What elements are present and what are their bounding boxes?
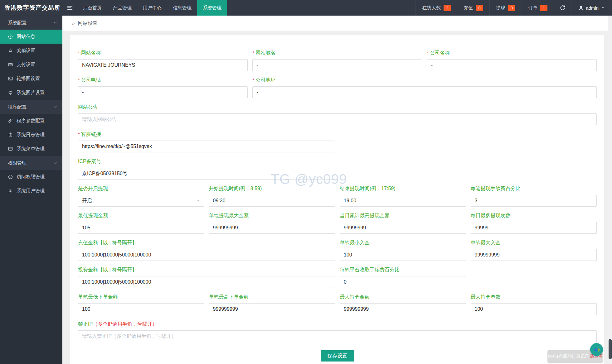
nav-item-users[interactable]: 用户中心 — [137, 0, 167, 16]
field-label: 最大持仓金额 — [340, 294, 466, 300]
nav-item-system[interactable]: 系统管理 — [197, 0, 227, 16]
field-label: *公司地址 — [252, 77, 597, 84]
nav-item-products[interactable]: 产品管理 — [107, 0, 137, 16]
withdraw-start-input[interactable] — [209, 195, 335, 207]
field-site-name: *网站名称 — [78, 50, 248, 71]
field-label: 充值金额【以 | 符号隔开】 — [78, 240, 335, 246]
banned-ip-input[interactable] — [78, 330, 597, 342]
sidebar-item-label: 轮播图设置 — [17, 76, 40, 82]
platform-fee-input[interactable] — [340, 276, 466, 288]
group-title: 权限管理 — [8, 160, 27, 166]
field-label: 每日最多提现次数 — [471, 213, 597, 219]
user-menu[interactable]: admin — [571, 0, 612, 16]
field-label: 单笔最小入金 — [340, 240, 466, 246]
chevron-down-icon — [53, 105, 57, 109]
sidebar-item-access-permissions[interactable]: 访问权限管理 — [0, 170, 62, 184]
withdraw-end-input[interactable] — [340, 195, 466, 207]
deposit-min-input[interactable] — [340, 249, 466, 261]
company-address-input[interactable] — [252, 86, 597, 98]
stat-withdraw[interactable]: 提现 0 — [489, 0, 522, 16]
username-label: admin — [586, 5, 599, 11]
sidebar-item-site-info[interactable]: 网站信息 — [0, 30, 62, 44]
refresh-button[interactable] — [554, 0, 571, 16]
sidebar-item-label: 支付设置 — [17, 62, 35, 68]
stat-recharge[interactable]: 充值 0 — [457, 0, 489, 16]
vertical-scrollbar[interactable] — [608, 16, 612, 364]
field-label: *公司名称 — [427, 50, 597, 56]
field-label: *网站名称 — [78, 50, 248, 56]
sidebar-item-system-menus[interactable]: 系统菜单管理 — [0, 142, 62, 156]
site-domain-input[interactable] — [252, 59, 422, 71]
sidebar-item-system-images[interactable]: 系统图片设置 — [0, 86, 62, 100]
field-company-phone: *公司电话 — [78, 77, 248, 98]
stat-orders[interactable]: 订单 1 — [522, 0, 554, 16]
company-phone-input[interactable] — [78, 86, 248, 98]
clipboard-icon — [8, 132, 13, 137]
position-max-count-input[interactable] — [471, 303, 597, 315]
position-max-amount-input[interactable] — [340, 303, 466, 315]
sidebar-item-label: 访问权限管理 — [17, 174, 45, 180]
sidebar-item-label: 系统菜单管理 — [17, 146, 45, 152]
sidebar-item-system-users[interactable]: 系统用户管理 — [0, 184, 62, 198]
recharge-amounts-input[interactable] — [78, 249, 335, 261]
withdraw-daily-count-input[interactable] — [471, 222, 597, 234]
field-label: 单笔最高下单金额 — [209, 294, 335, 300]
save-settings-button[interactable]: 保存设置 — [321, 350, 354, 362]
field-deposit-min: 单笔最小入金 — [340, 240, 466, 261]
stat-online-users[interactable]: 在线人数 2 — [415, 0, 457, 16]
field-withdraw-end: 结束提现时间(例：17:59) — [340, 185, 466, 207]
sidebar-item-reward-settings[interactable]: 奖励设置 — [0, 44, 62, 58]
sound-notification-button[interactable] — [590, 343, 603, 356]
field-company-name: *公司名称 — [427, 50, 597, 71]
sidebar-item-payment-settings[interactable]: 支付设置 — [0, 58, 62, 72]
service-link-input[interactable] — [78, 141, 335, 152]
sidebar-group-system-config[interactable]: 系统配置 — [0, 16, 62, 30]
field-banned-ip: 禁止IP（多个IP请用半角，号隔开） — [78, 321, 597, 342]
withdraw-fee-input[interactable] — [471, 195, 597, 207]
hamburger-icon — [66, 4, 73, 11]
recharge-count-badge: 0 — [476, 5, 483, 11]
nav-item-dashboard[interactable]: 后台首页 — [77, 0, 107, 16]
field-position-max-count: 最大持仓单数 — [471, 294, 597, 315]
field-label: *公司电话 — [78, 77, 248, 84]
order-count-badge: 1 — [540, 5, 547, 11]
field-label: 结束提现时间(例：17:59) — [340, 185, 466, 192]
sidebar-item-label: 奖励设置 — [17, 48, 35, 54]
refresh-icon — [560, 5, 566, 11]
withdraw-daily-max-input[interactable] — [340, 222, 466, 234]
nav-item-information[interactable]: 信息管理 — [167, 0, 197, 16]
field-label: 单笔最大入金 — [471, 240, 597, 246]
withdraw-enabled-select[interactable]: 开启 — [78, 195, 204, 207]
icp-input[interactable] — [78, 168, 335, 180]
sidebar-item-label: 系统图片设置 — [17, 90, 45, 96]
sidebar-item-program-params[interactable]: 程序参数配置 — [0, 114, 62, 128]
sidebar-group-permissions[interactable]: 权限管理 — [0, 156, 62, 170]
field-withdraw-enabled: 是否开启提现 开启 — [78, 185, 204, 207]
sidebar-item-label: 程序参数配置 — [17, 118, 45, 124]
sidebar-group-program-config[interactable]: 程序配置 — [0, 100, 62, 114]
site-notice-input[interactable] — [78, 113, 597, 125]
shield-check-icon — [8, 174, 13, 180]
sidebar: 系统配置 网站信息 奖励设置 支付设置 轮播图设置 系统图片设置 程序配置 — [0, 16, 62, 364]
scrollbar-thumb[interactable] — [609, 339, 612, 359]
invest-amounts-input[interactable] — [78, 276, 335, 288]
sidebar-item-label: 网站信息 — [17, 34, 35, 40]
withdraw-single-max-input[interactable] — [209, 222, 335, 234]
order-max-input[interactable] — [209, 303, 335, 315]
sidebar-item-carousel-settings[interactable]: 轮播图设置 — [0, 72, 62, 86]
online-count-badge: 2 — [444, 5, 451, 11]
field-label: 禁止IP（多个IP请用半角，号隔开） — [78, 321, 597, 328]
field-position-max-amount: 最大持仓金额 — [340, 294, 466, 315]
field-service-link: *客服链接 — [78, 131, 335, 152]
site-name-input[interactable] — [78, 59, 248, 71]
group-title: 程序配置 — [8, 104, 27, 110]
withdraw-min-input[interactable] — [78, 222, 204, 234]
deposit-max-input[interactable] — [471, 249, 597, 261]
company-name-input[interactable] — [427, 59, 597, 71]
field-label: 当日累计最高提现金额 — [340, 213, 466, 219]
sidebar-item-label: 系统日志管理 — [17, 132, 45, 138]
stat-label: 订单 — [528, 5, 537, 11]
order-min-input[interactable] — [78, 303, 204, 315]
sidebar-item-system-logs[interactable]: 系统日志管理 — [0, 128, 62, 142]
sidebar-toggle-button[interactable] — [62, 0, 77, 16]
